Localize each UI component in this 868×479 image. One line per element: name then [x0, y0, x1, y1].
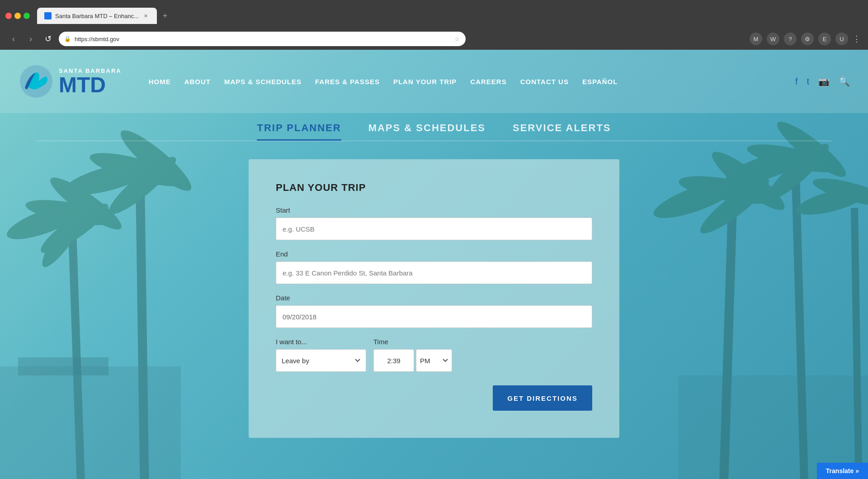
nav-home[interactable]: HOME [149, 78, 171, 85]
date-input[interactable] [276, 305, 592, 328]
logo-mtd: MTD [59, 74, 122, 96]
browser-dots [5, 13, 30, 19]
tab-bar: Santa Barbara MTD – Enhanc... ✕ + [37, 8, 171, 24]
main-nav: HOME ABOUT MAPS & SCHEDULES FARES & PASS… [149, 78, 786, 85]
plan-your-trip-title: PLAN YOUR TRIP [276, 182, 592, 194]
facebook-icon[interactable]: f [795, 76, 798, 87]
site-header: SANTA BARBARA MTD HOME ABOUT MAPS & SCHE… [0, 50, 868, 113]
tab-service-alerts[interactable]: SERVICE ALERTS [513, 122, 611, 141]
want-to-group: I want to... Leave by Arrive by [276, 338, 366, 372]
new-tab-button[interactable]: + [159, 9, 171, 22]
nav-about[interactable]: ABOUT [184, 78, 211, 85]
tab-close-button[interactable]: ✕ [142, 12, 150, 19]
search-icon[interactable]: 🔍 [839, 76, 850, 87]
want-to-select[interactable]: Leave by Arrive by [276, 349, 366, 372]
logo-icon [18, 63, 54, 100]
main-tabs: TRIP PLANNER MAPS & SCHEDULES SERVICE AL… [0, 113, 868, 141]
trip-planner-card: PLAN YOUR TRIP Start End Date I want to.… [249, 159, 619, 438]
nav-contact-us[interactable]: CONTACT US [520, 78, 569, 85]
browser-chrome: Santa Barbara MTD – Enhanc... ✕ + [0, 0, 868, 32]
logo[interactable]: SANTA BARBARA MTD [18, 63, 122, 100]
lock-icon: 🔒 [64, 36, 71, 42]
address-bar-row: ‹ › ↺ 🔒 https://sbmtd.gov ☆ M W ? ⚙ E U … [0, 32, 868, 50]
forward-button[interactable]: › [24, 34, 37, 44]
settings-icon[interactable]: ⚙ [801, 33, 814, 45]
date-field-group: Date [276, 294, 592, 328]
tab-maps-schedules[interactable]: MAPS & SCHEDULES [368, 122, 486, 141]
start-input[interactable] [276, 218, 592, 240]
tab-favicon [44, 12, 52, 19]
address-bar[interactable]: 🔒 https://sbmtd.gov ☆ [59, 32, 466, 46]
translate-bar[interactable]: Translate » [817, 463, 868, 479]
nav-fares-passes[interactable]: FARES & PASSES [315, 78, 380, 85]
reload-button[interactable]: ↺ [42, 34, 54, 44]
browser-menu-icon[interactable]: ⋮ [853, 34, 861, 44]
time-label: Time [373, 338, 452, 346]
end-label: End [276, 250, 592, 258]
start-label: Start [276, 206, 592, 214]
ampm-select[interactable]: AM PM [416, 349, 452, 372]
twitter-icon[interactable]: t [807, 76, 809, 87]
end-field-group: End [276, 250, 592, 284]
extension2-icon[interactable]: E [818, 33, 831, 45]
profile-icon[interactable]: M [750, 33, 762, 45]
browser-actions: M W ? ⚙ E U ⋮ [750, 33, 861, 45]
nav-espanol[interactable]: ESPAÑOL [582, 78, 618, 85]
website: SANTA BARBARA MTD HOME ABOUT MAPS & SCHE… [0, 50, 868, 479]
back-button[interactable]: ‹ [7, 34, 20, 44]
nav-careers[interactable]: CAREERS [470, 78, 506, 85]
time-group: Time AM PM [373, 338, 452, 372]
time-row: I want to... Leave by Arrive by Time AM … [276, 338, 592, 372]
time-inputs: AM PM [373, 349, 452, 372]
nav-plan-your-trip[interactable]: PLAN YOUR TRIP [393, 78, 457, 85]
logo-text: SANTA BARBARA MTD [59, 67, 122, 96]
close-dot[interactable] [5, 13, 12, 19]
new-tab-icon: + [163, 11, 168, 21]
date-label: Date [276, 294, 592, 302]
active-tab[interactable]: Santa Barbara MTD – Enhanc... ✕ [37, 8, 157, 24]
maximize-dot[interactable] [24, 13, 30, 19]
start-field-group: Start [276, 206, 592, 240]
extension-icon[interactable]: ? [784, 33, 797, 45]
end-input[interactable] [276, 261, 592, 284]
url-text: https://sbmtd.gov [75, 36, 451, 43]
get-directions-button[interactable]: GET DIRECTIONS [493, 385, 592, 411]
instagram-icon[interactable]: 📷 [818, 76, 830, 87]
user-icon[interactable]: U [835, 33, 848, 45]
minimize-dot[interactable] [14, 13, 21, 19]
card-container: PLAN YOUR TRIP Start End Date I want to.… [0, 141, 868, 456]
want-to-label: I want to... [276, 338, 366, 346]
nav-maps-schedules[interactable]: MAPS & SCHEDULES [224, 78, 302, 85]
tab-trip-planner[interactable]: TRIP PLANNER [257, 122, 341, 141]
wordpress-icon[interactable]: W [767, 33, 779, 45]
bookmark-icon[interactable]: ☆ [454, 35, 460, 43]
tab-title: Santa Barbara MTD – Enhanc... [55, 13, 139, 19]
header-social-icons: f t 📷 🔍 [795, 76, 850, 87]
time-input[interactable] [373, 349, 414, 372]
